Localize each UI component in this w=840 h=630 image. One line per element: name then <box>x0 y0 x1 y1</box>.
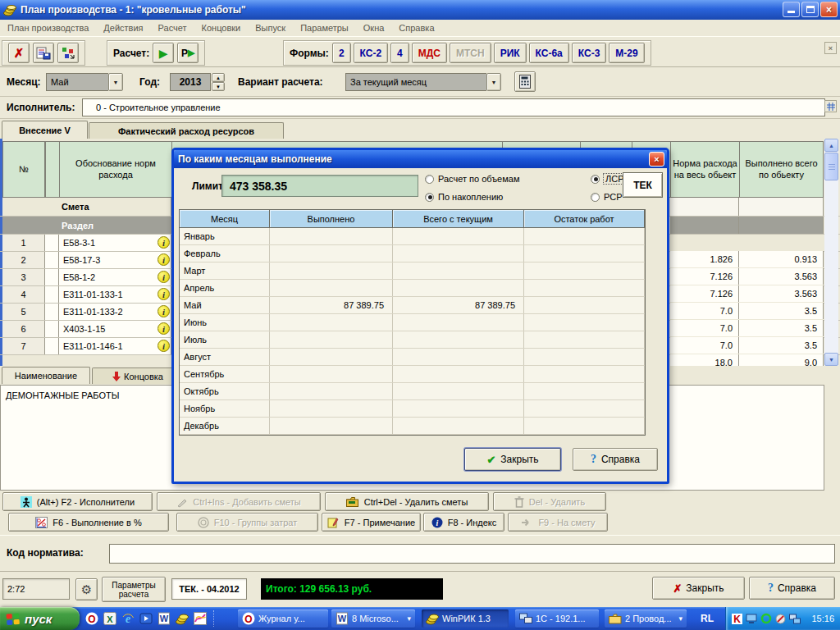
form-button-КС-3[interactable]: КС-3 <box>572 43 607 63</box>
months-col-header-2[interactable]: Всего с текущим <box>393 210 524 228</box>
fn-button-f8-[interactable]: iF8 - Индекс <box>423 513 504 532</box>
form-button-2[interactable]: 2 <box>332 43 351 63</box>
delete-button[interactable]: ✗ <box>8 43 30 63</box>
variant-combobox[interactable]: За текущий месяц ▼ <box>345 73 501 91</box>
col-header-basis[interactable]: Обоснование нормрасхода <box>59 141 172 198</box>
minimize-button[interactable] <box>783 2 800 17</box>
tab-vnesenie[interactable]: Внесение V <box>2 121 88 139</box>
scroll-thumb[interactable] <box>824 153 838 180</box>
dialog-close-button[interactable]: × <box>649 152 664 167</box>
tab-koncovka[interactable]: Концовка <box>92 368 184 384</box>
dialog-close-ok-button[interactable]: ✔Закрыть <box>464 448 561 471</box>
info-icon[interactable]: i <box>158 253 170 266</box>
month-combobox[interactable]: Май ▼ <box>46 73 123 91</box>
col-header-num[interactable]: № <box>2 141 45 198</box>
form-button-4[interactable]: 4 <box>390 43 409 63</box>
tab-naimenovanie[interactable]: Наименование <box>2 367 90 384</box>
menu-item-7[interactable]: Справка <box>391 21 441 35</box>
red-badge-icon[interactable] <box>775 614 786 624</box>
info-icon[interactable]: i <box>158 288 170 300</box>
radio-estimate-type-0[interactable]: ЛСР <box>591 174 626 184</box>
table-scrollbar[interactable]: ▲ ▼ <box>824 139 838 366</box>
gear-button[interactable]: ⚙ <box>75 578 98 600</box>
normative-input[interactable] <box>109 544 835 564</box>
scroll-up-icon[interactable]: ▲ <box>824 139 838 152</box>
month-row[interactable]: Январь <box>180 228 645 245</box>
month-row[interactable]: Сентябрь <box>180 366 645 383</box>
info-icon[interactable]: i <box>158 236 170 249</box>
transfer-button[interactable] <box>57 43 79 63</box>
close-button[interactable]: × <box>820 2 838 17</box>
months-col-header-3[interactable]: Остаток работ <box>524 210 645 228</box>
form-button-КС-2[interactable]: КС-2 <box>354 43 389 63</box>
menu-item-0[interactable]: План производства <box>0 21 96 35</box>
info-icon[interactable]: i <box>158 271 170 283</box>
run-calc-button[interactable]: ▶ <box>153 43 174 63</box>
month-row[interactable]: Декабрь <box>180 418 645 435</box>
radio-calc-mode-0[interactable]: Расчет по объемам <box>425 174 519 184</box>
taskbar-task-1[interactable]: W8 Microso...▾ <box>331 609 415 628</box>
toolbar-close-button[interactable]: × <box>824 42 837 54</box>
menu-item-3[interactable]: Концовки <box>194 21 249 35</box>
menu-item-1[interactable]: Действия <box>96 21 150 35</box>
month-row[interactable]: Февраль <box>180 245 645 262</box>
maximize-button[interactable] <box>801 2 819 17</box>
info-icon[interactable]: i <box>158 340 170 352</box>
run-calc-p-button[interactable]: P▶ <box>177 43 199 63</box>
menu-item-5[interactable]: Параметры <box>293 21 356 35</box>
limit-field[interactable]: 473 358.35 <box>221 175 418 197</box>
menu-item-2[interactable]: Расчет <box>151 21 194 35</box>
taskbar-task-2[interactable]: WinРИК 1.3 <box>422 609 509 628</box>
menu-item-4[interactable]: Выпуск <box>248 21 293 35</box>
col-header-norm[interactable]: Норма расхода на весь обьект <box>670 141 740 198</box>
chevron-down-icon[interactable]: ▼ <box>486 73 501 91</box>
month-row[interactable]: Октябрь <box>180 383 645 400</box>
month-row[interactable]: Май87 389.7587 389.75 <box>180 297 645 314</box>
calculator-button[interactable] <box>514 71 536 92</box>
chevron-down-icon[interactable]: ▼ <box>108 73 123 91</box>
form-button-РИК[interactable]: РИК <box>494 43 527 63</box>
save-report-button[interactable] <box>33 43 54 63</box>
help-main-button[interactable]: ?Справка <box>749 577 835 600</box>
month-row[interactable]: Март <box>180 262 645 280</box>
close-main-button[interactable]: ✗Закрыть <box>652 577 745 600</box>
fn-button-ctrl-del-[interactable]: Ctrl+Del - Удалить сметы <box>325 492 489 511</box>
months-col-header-0[interactable]: Месяц <box>180 210 270 228</box>
col-header-marker[interactable] <box>45 141 60 198</box>
executor-grid-button[interactable] <box>824 100 837 112</box>
start-button[interactable]: пуск <box>0 607 80 630</box>
radio-estimate-type-1[interactable]: РСР <box>591 192 623 202</box>
scroll-down-icon[interactable]: ▼ <box>824 353 838 366</box>
spin-up-icon[interactable]: ▲ <box>212 73 225 82</box>
months-col-header-1[interactable]: Выполнено <box>270 210 393 228</box>
form-button-КС-6а[interactable]: КС-6а <box>529 43 569 63</box>
month-row[interactable]: Июль <box>180 331 645 349</box>
form-button-МДС[interactable]: МДС <box>412 43 447 63</box>
network-tray-icon[interactable] <box>789 614 801 624</box>
taskbar-task-3[interactable]: 1С - 192.1... <box>515 609 599 628</box>
month-row[interactable]: Август <box>180 349 645 366</box>
dialog-help-button[interactable]: ?Справка <box>573 448 658 471</box>
year-spinner[interactable]: 2013 ▲ ▼ <box>170 73 225 91</box>
col-header-done[interactable]: Выполнено всего по обьекту <box>739 141 824 198</box>
fn-button--alt-f2-[interactable]: (Alt+) F2 - Исполнители <box>2 492 153 511</box>
month-row[interactable]: Июнь <box>180 314 645 331</box>
info-icon[interactable]: i <box>158 322 170 335</box>
taskbar-task-0[interactable]: OЖурнал у... <box>238 609 328 628</box>
month-row[interactable]: Ноябрь <box>180 400 645 418</box>
spin-down-icon[interactable]: ▼ <box>212 82 225 91</box>
tab-fact-resources[interactable]: Фактический расход ресурсов <box>89 122 284 139</box>
fn-button-f6-[interactable]: F6 - Выполнение в % <box>8 513 169 532</box>
calc-params-button[interactable]: Параметрырасчета <box>102 577 166 602</box>
green-ring-icon[interactable] <box>760 613 772 624</box>
language-indicator[interactable]: RL <box>694 607 720 630</box>
executor-field[interactable]: 0 - Строительное управление <box>82 98 825 116</box>
month-row[interactable]: Апрель <box>180 280 645 297</box>
display-icon[interactable] <box>746 614 757 624</box>
fn-button-f7-[interactable]: F7 - Примечание <box>322 513 421 532</box>
form-button-М-29[interactable]: М-29 <box>609 43 644 63</box>
kaspersky-icon[interactable]: K <box>732 614 742 624</box>
radio-calc-mode-1[interactable]: По накоплению <box>425 192 503 202</box>
menu-item-6[interactable]: Окна <box>356 21 392 35</box>
tek-button[interactable]: ТЕК <box>623 172 663 198</box>
